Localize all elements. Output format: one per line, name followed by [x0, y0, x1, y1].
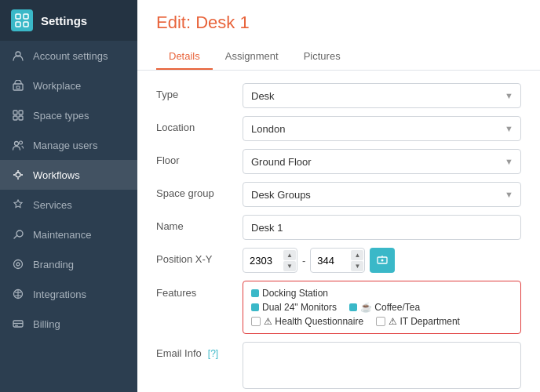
floor-select[interactable]: Ground Floor — [243, 149, 521, 174]
svg-rect-3 — [24, 22, 28, 27]
features-label: Features — [156, 281, 243, 299]
services-icon — [11, 198, 25, 212]
svg-point-13 — [16, 172, 20, 177]
name-row: Name — [156, 215, 521, 240]
svg-rect-8 — [19, 111, 23, 114]
sidebar-item-integrations[interactable]: Integrations — [0, 279, 137, 309]
sidebar-label-integrations: Integrations — [33, 289, 86, 300]
tab-bar: Details Assignment Pictures — [156, 44, 521, 70]
email-textarea[interactable] — [243, 342, 521, 389]
workflows-icon — [11, 168, 25, 182]
sidebar-item-billing[interactable]: Billing — [0, 309, 137, 339]
page-title: Edit: Desk 1 — [156, 13, 521, 33]
position-y-wrap: ▲ ▼ — [310, 248, 365, 273]
manage-users-icon — [11, 138, 25, 152]
svg-rect-7 — [13, 111, 17, 114]
sidebar-item-workplace[interactable]: Workplace — [0, 71, 137, 100]
position-label: Position X-Y — [156, 248, 243, 265]
space-group-control: Desk Groups ▼ — [243, 182, 521, 207]
health-checkbox[interactable] — [251, 317, 261, 326]
maintenance-icon — [11, 227, 25, 241]
position-y-decrement[interactable]: ▼ — [351, 261, 363, 271]
sidebar: Settings Account settings Workplace — [0, 0, 137, 392]
space-group-label: Space group — [156, 182, 243, 199]
tab-pictures[interactable]: Pictures — [291, 44, 353, 70]
svg-point-26 — [381, 260, 384, 262]
svg-rect-6 — [16, 86, 20, 89]
tab-details[interactable]: Details — [156, 44, 213, 70]
type-row: Type Desk ▼ — [156, 83, 521, 108]
floor-label: Floor — [156, 149, 243, 166]
location-label: Location — [156, 116, 243, 133]
position-x-decrement[interactable]: ▼ — [283, 261, 296, 271]
map-button[interactable] — [370, 248, 395, 273]
sidebar-item-workflows[interactable]: Workflows — [0, 160, 137, 190]
floor-control: Ground Floor ▼ — [243, 149, 521, 174]
name-control — [243, 215, 521, 240]
sidebar-item-manage-users[interactable]: Manage users — [0, 130, 137, 160]
sidebar-item-services[interactable]: Services — [0, 190, 137, 220]
position-row: Position X-Y ▲ ▼ - ▲ — [156, 248, 521, 273]
sidebar-label-services: Services — [33, 199, 72, 211]
sidebar-label-space-types: Space types — [33, 110, 89, 122]
type-select-wrapper: Desk ▼ — [243, 83, 521, 108]
position-x-spinners: ▲ ▼ — [283, 249, 296, 271]
sidebar-label-workflows: Workflows — [33, 169, 80, 181]
position-x-wrap: ▲ ▼ — [243, 248, 297, 273]
sidebar-label-manage-users: Manage users — [33, 140, 97, 151]
location-select-wrapper: London ▼ — [243, 116, 521, 141]
space-group-select-wrapper: Desk Groups ▼ — [243, 182, 521, 207]
logo-icon — [11, 9, 33, 31]
svg-rect-9 — [13, 116, 17, 120]
monitors-label: Dual 24" Monitors — [262, 302, 337, 313]
type-control: Desk ▼ — [243, 83, 521, 108]
integrations-icon — [11, 287, 25, 301]
floor-select-wrapper: Ground Floor ▼ — [243, 149, 521, 174]
coffee-color — [349, 303, 357, 311]
feature-coffee: ☕ Coffee/Tea — [349, 302, 420, 313]
it-label: ⚠ IT Department — [389, 316, 460, 327]
location-row: Location London ▼ — [156, 116, 521, 141]
space-group-select[interactable]: Desk Groups — [243, 182, 521, 207]
page-title-prefix: Edit: — [156, 13, 195, 32]
position-separator: - — [302, 255, 305, 267]
position-control: ▲ ▼ - ▲ ▼ — [243, 248, 521, 273]
email-help-link[interactable]: [?] — [208, 348, 218, 359]
billing-icon — [11, 317, 25, 331]
feature-health: ⚠ Health Questionnaire — [251, 316, 363, 327]
form-area: Type Desk ▼ Location London ▼ — [137, 71, 540, 392]
sidebar-item-branding[interactable]: Branding — [0, 249, 137, 279]
features-row: Features Docking Station Dual 24" Monito… — [156, 281, 521, 334]
type-select[interactable]: Desk — [243, 83, 521, 108]
sidebar-item-account-settings[interactable]: Account settings — [0, 41, 137, 71]
svg-point-11 — [15, 142, 19, 146]
docking-label: Docking Station — [262, 288, 328, 299]
position-y-increment[interactable]: ▲ — [351, 250, 363, 260]
location-select[interactable]: London — [243, 116, 521, 141]
sidebar-label-billing: Billing — [33, 318, 60, 330]
email-label-text: Email Info — [156, 347, 202, 359]
position-x-increment[interactable]: ▲ — [283, 250, 296, 260]
floor-row: Floor Ground Floor ▼ — [156, 149, 521, 174]
sidebar-item-space-types[interactable]: Space types — [0, 100, 137, 130]
email-control — [243, 342, 521, 391]
space-types-icon — [11, 108, 25, 122]
email-row: Email Info [?] — [156, 342, 521, 391]
name-input[interactable] — [243, 215, 521, 240]
workplace-icon — [11, 78, 25, 93]
feature-row-3: ⚠ Health Questionnaire ⚠ IT Department — [251, 316, 513, 327]
sidebar-title: Settings — [41, 14, 87, 27]
svg-point-18 — [14, 260, 23, 269]
sidebar-item-maintenance[interactable]: Maintenance — [0, 220, 137, 249]
it-checkbox[interactable] — [376, 317, 385, 326]
feature-row-1: Docking Station — [251, 288, 513, 299]
sidebar-label-workplace: Workplace — [33, 80, 81, 92]
sidebar-label-account: Account settings — [33, 50, 108, 62]
sidebar-logo: Settings — [0, 0, 137, 41]
svg-rect-10 — [19, 116, 23, 120]
monitors-color — [251, 303, 259, 311]
tab-assignment[interactable]: Assignment — [213, 44, 291, 70]
position-y-spinners: ▲ ▼ — [351, 249, 363, 271]
coffee-label: ☕ Coffee/Tea — [360, 302, 420, 313]
feature-docking: Docking Station — [251, 288, 328, 299]
